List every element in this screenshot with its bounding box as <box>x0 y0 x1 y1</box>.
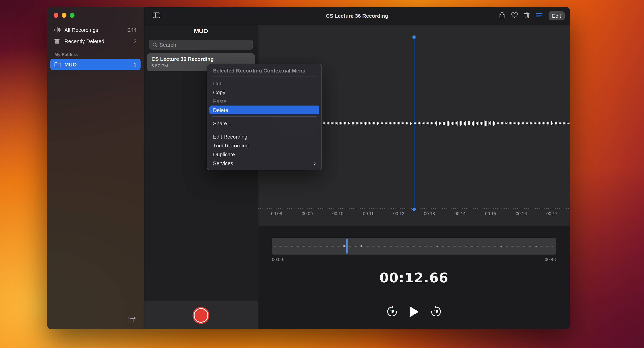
menu-item-label: Cut <box>213 80 221 86</box>
context-menu-item-services[interactable]: Services › <box>208 159 322 168</box>
skip-back-15-button[interactable]: 15 <box>386 306 398 318</box>
skip-forward-15-button[interactable]: 15 <box>430 306 442 318</box>
menu-item-label: Delete <box>213 107 228 113</box>
favorite-button[interactable] <box>511 12 518 19</box>
recording-title: CS Lecture 36 Recording <box>152 56 250 62</box>
folder-icon <box>54 62 64 67</box>
menu-item-label: Trim Recording <box>213 142 249 148</box>
menu-item-label: Edit Recording <box>213 134 248 140</box>
sidebar-item-count: 2 <box>134 38 136 44</box>
sidebar-section-my-folders: My Folders <box>54 52 136 57</box>
ruler-label: 00:10 <box>332 211 343 216</box>
svg-text:15: 15 <box>390 310 394 314</box>
search-field[interactable] <box>149 40 253 50</box>
minimize-window-button[interactable] <box>62 13 66 18</box>
playback-settings-button[interactable] <box>536 12 542 19</box>
ruler-label: 00:08 <box>271 211 282 216</box>
playhead[interactable] <box>414 37 414 210</box>
menu-separator <box>212 130 316 130</box>
play-button[interactable] <box>409 306 419 318</box>
menu-separator <box>212 76 316 77</box>
context-menu-item-copy[interactable]: Copy <box>208 88 322 97</box>
folder-title: MUO <box>144 25 258 36</box>
window-controls <box>47 7 144 18</box>
ruler-label: 00:13 <box>424 211 435 216</box>
ruler-label: 00:17 <box>546 211 558 216</box>
sidebar-item-muo-folder[interactable]: MUO 1 <box>50 59 140 70</box>
window-title: CS Lecture 36 Recording <box>326 13 388 19</box>
context-menu-item-delete[interactable]: Delete <box>210 106 320 114</box>
playback-controls: 15 <box>386 306 442 318</box>
toggle-sidebar-button[interactable] <box>153 12 160 19</box>
search-icon <box>152 42 158 47</box>
ruler-label: 00:11 <box>363 211 374 216</box>
ruler-label: 00:12 <box>393 211 404 216</box>
close-window-button[interactable] <box>54 13 58 18</box>
menu-item-label: Duplicate <box>213 151 235 157</box>
sidebar-item-label: All Recordings <box>64 27 128 33</box>
submenu-chevron-icon: › <box>314 160 316 166</box>
sidebar-item-all-recordings[interactable]: All Recordings 244 <box>50 24 140 36</box>
context-menu-title: Selected Recording Contextual Menu <box>208 66 322 74</box>
context-menu-item-edit-recording[interactable]: Edit Recording <box>208 132 322 141</box>
sidebar-list: All Recordings 244 Recently Deleted 2 My… <box>47 24 144 70</box>
sidebar-item-count: 1 <box>134 62 136 68</box>
titlebar-actions: Edit <box>499 11 565 20</box>
play-icon <box>409 306 419 318</box>
search-input[interactable] <box>160 42 250 48</box>
menu-separator <box>212 116 316 117</box>
titlebar: CS Lecture 36 Recording <box>144 7 570 25</box>
ruler-label: 00:16 <box>516 211 527 216</box>
record-button[interactable] <box>192 307 210 324</box>
ruler-label: 00:15 <box>485 211 496 216</box>
waveform-icon <box>54 27 64 32</box>
player-lower: 00:00 00:48 00:12.66 15 <box>258 226 570 329</box>
overview-end-time: 00:48 <box>545 257 556 262</box>
context-menu-item-cut: Cut <box>208 79 322 88</box>
favorite-icon <box>511 12 518 19</box>
overview-waveform <box>274 238 554 254</box>
sidebar-item-label: Recently Deleted <box>64 38 134 44</box>
sidebar-item-label: MUO <box>64 62 134 68</box>
overview-labels: 00:00 00:48 <box>272 257 556 262</box>
context-menu-item-share[interactable]: Share... <box>208 119 322 128</box>
sidebar-item-count: 244 <box>128 27 136 33</box>
menu-item-label: Services <box>213 160 233 166</box>
svg-text:15: 15 <box>434 310 438 314</box>
delete-recording-button[interactable] <box>524 12 530 20</box>
menu-item-label: Copy <box>213 89 225 95</box>
context-menu-item-paste: Paste <box>208 97 322 106</box>
ruler-label: 00:14 <box>454 211 466 216</box>
sidebar: All Recordings 244 Recently Deleted 2 My… <box>47 7 144 329</box>
skip-forward-15-icon: 15 <box>430 306 442 318</box>
trash-icon <box>54 38 64 44</box>
menu-item-label: Share... <box>213 120 232 126</box>
ruler-label: 00:09 <box>302 211 313 216</box>
overview-playhead[interactable] <box>346 238 348 254</box>
edit-button[interactable]: Edit <box>548 11 565 20</box>
share-button[interactable] <box>499 12 505 20</box>
sidebar-item-recently-deleted[interactable]: Recently Deleted 2 <box>50 36 140 47</box>
desktop: All Recordings 244 Recently Deleted 2 My… <box>0 0 644 348</box>
sidebar-toggle-icon <box>153 12 160 19</box>
context-menu: Selected Recording Contextual Menu Cut C… <box>207 64 322 170</box>
delete-icon <box>524 12 530 20</box>
new-folder-icon <box>128 318 136 324</box>
skip-back-15-icon: 15 <box>386 306 398 318</box>
overview-start-time: 00:00 <box>272 257 283 262</box>
record-bar <box>144 301 258 329</box>
new-folder-button[interactable] <box>128 317 136 324</box>
share-icon <box>499 12 505 20</box>
context-menu-item-duplicate[interactable]: Duplicate <box>208 150 322 159</box>
time-ruler: 00:08 00:09 00:10 00:11 00:12 00:13 00:1… <box>258 211 570 216</box>
context-menu-item-trim-recording[interactable]: Trim Recording <box>208 141 322 150</box>
current-time: 00:12.66 <box>380 270 448 286</box>
playback-settings-icon <box>536 12 542 19</box>
menu-item-label: Paste <box>213 98 226 104</box>
overview-scrubber[interactable] <box>272 238 556 254</box>
zoom-window-button[interactable] <box>70 13 74 18</box>
